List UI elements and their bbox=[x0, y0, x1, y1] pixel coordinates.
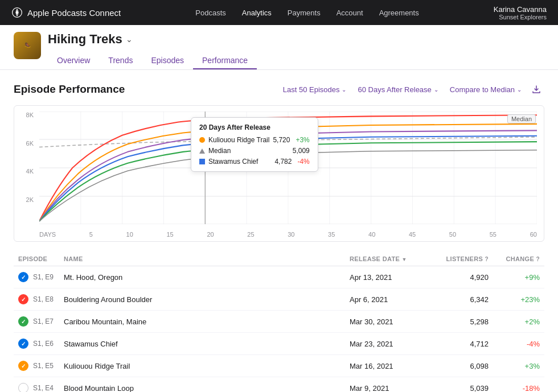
days-filter-btn[interactable]: 60 Days After Release ⌄ bbox=[353, 83, 442, 96]
y-label-2k: 2K bbox=[14, 196, 37, 203]
tooltip-row-2: Median 5,009 bbox=[199, 147, 310, 155]
section-title: Episode Performance bbox=[14, 83, 125, 96]
x-label-45: 45 bbox=[409, 231, 416, 238]
podcast-header: 🥾 Hiking Treks ⌄ Overview Trends Episode… bbox=[0, 25, 558, 70]
app-title: Apple Podcasts Connect bbox=[27, 8, 121, 18]
compare-filter-btn[interactable]: Compare to Median ⌄ bbox=[445, 83, 526, 96]
tab-performance[interactable]: Performance bbox=[193, 52, 257, 69]
x-axis: DAYS 5 10 15 20 25 30 35 40 45 50 55 60 bbox=[39, 231, 537, 238]
x-label-40: 40 bbox=[368, 231, 375, 238]
episode-listeners-cell: 6,342 bbox=[419, 288, 493, 311]
status-indicator bbox=[18, 383, 28, 392]
episode-status-cell: ✓ S1, E5 bbox=[14, 355, 59, 377]
episode-change-cell: +23% bbox=[493, 288, 544, 311]
table-row[interactable]: S1, E4 Blood Mountain Loop Mar 9, 2021 5… bbox=[14, 377, 544, 393]
x-label-50: 50 bbox=[449, 231, 456, 238]
episode-date-cell: Mar 23, 2021 bbox=[345, 333, 419, 355]
col-date-header[interactable]: RELEASE DATE ▼ bbox=[345, 252, 419, 266]
y-label-4k: 4K bbox=[14, 168, 37, 175]
main-content: Episode Performance Last 50 Episodes ⌄ 6… bbox=[0, 70, 558, 392]
x-label-25: 25 bbox=[247, 231, 254, 238]
episode-date-cell: Mar 9, 2021 bbox=[345, 377, 419, 393]
col-listeners-header[interactable]: LISTENERS ? bbox=[419, 252, 493, 266]
podcast-name-row: Hiking Treks ⌄ bbox=[48, 32, 544, 47]
episode-date-cell: Mar 30, 2021 bbox=[345, 311, 419, 333]
episode-date-cell: Mar 16, 2021 bbox=[345, 355, 419, 377]
user-name: Karina Cavanna bbox=[494, 5, 547, 14]
tooltip-label-3: Stawamus Chief bbox=[208, 158, 271, 166]
episode-change-cell: -4% bbox=[493, 333, 544, 355]
y-label-8k: 8K bbox=[14, 112, 37, 118]
episode-number: S1, E8 bbox=[33, 295, 54, 303]
compare-filter-label: Compare to Median bbox=[450, 85, 515, 94]
change-positive: +2% bbox=[525, 317, 540, 326]
ep-name-text: Blood Mountain Loop bbox=[64, 384, 134, 393]
tab-episodes[interactable]: Episodes bbox=[142, 52, 193, 69]
change-positive: +23% bbox=[520, 295, 540, 304]
x-label-55: 55 bbox=[490, 231, 497, 238]
episode-status-cell: ✓ S1, E6 bbox=[14, 333, 59, 355]
episode-listeners-cell: 4,712 bbox=[419, 333, 493, 355]
podcast-name-sub: Sunset Explorers bbox=[494, 14, 547, 20]
episode-status-cell: ✓ S1, E9 bbox=[14, 266, 59, 288]
change-negative: -4% bbox=[527, 340, 540, 348]
filter-row: Last 50 Episodes ⌄ 60 Days After Release… bbox=[278, 81, 544, 97]
ep-name-text: Bouldering Around Boulder bbox=[64, 295, 152, 304]
table-row[interactable]: ✓ S1, E7 Caribou Mountain, Maine Mar 30,… bbox=[14, 311, 544, 333]
status-indicator: ✓ bbox=[18, 272, 28, 282]
days-filter-label: 60 Days After Release bbox=[358, 85, 431, 94]
x-label-10: 10 bbox=[126, 231, 133, 238]
episodes-filter-btn[interactable]: Last 50 Episodes ⌄ bbox=[278, 83, 351, 96]
table-row[interactable]: ✓ S1, E8 Bouldering Around Boulder Apr 6… bbox=[14, 288, 544, 311]
col-name-header: NAME bbox=[59, 252, 345, 266]
tooltip-row-3: Stawamus Chief 4,782 -4% bbox=[199, 158, 310, 166]
episode-name-cell: Caribou Mountain, Maine bbox=[59, 311, 345, 333]
x-label-60: 60 bbox=[530, 231, 537, 238]
status-indicator: ✓ bbox=[18, 294, 28, 304]
nav-account[interactable]: Account bbox=[337, 9, 363, 17]
podcast-name: Hiking Treks bbox=[48, 32, 122, 47]
chevron-down-icon-2: ⌄ bbox=[434, 86, 438, 93]
table-row[interactable]: ✓ S1, E9 Mt. Hood, Oregon Apr 13, 2021 4… bbox=[14, 266, 544, 288]
median-label: Median bbox=[507, 114, 536, 123]
y-label-6k: 6K bbox=[14, 140, 37, 147]
episode-name-cell: Stawamus Chief bbox=[59, 333, 345, 355]
ep-name-text: Kuliouou Ridge Trail bbox=[64, 362, 130, 370]
episode-number: S1, E7 bbox=[33, 317, 54, 325]
table-row[interactable]: ✓ S1, E6 Stawamus Chief Mar 23, 2021 4,7… bbox=[14, 333, 544, 355]
tooltip-change-1: +3% bbox=[296, 136, 309, 144]
tooltip-title: 20 Days After Release bbox=[199, 123, 310, 131]
episode-change-cell: +9% bbox=[493, 266, 544, 288]
tab-overview[interactable]: Overview bbox=[48, 52, 99, 69]
episode-date-cell: Apr 6, 2021 bbox=[345, 288, 419, 311]
col-change-header[interactable]: CHANGE ? bbox=[493, 252, 544, 266]
export-btn[interactable] bbox=[528, 81, 544, 97]
episode-number: S1, E6 bbox=[33, 340, 54, 348]
podcast-artwork: 🥾 bbox=[14, 32, 41, 59]
nav-analytics[interactable]: Analytics bbox=[242, 9, 272, 17]
nav-payments[interactable]: Payments bbox=[288, 9, 321, 17]
episode-name-cell: Bouldering Around Boulder bbox=[59, 288, 345, 311]
episode-number: S1, E9 bbox=[33, 273, 54, 281]
ep-name-text: Mt. Hood, Oregon bbox=[64, 273, 122, 282]
tab-trends[interactable]: Trends bbox=[99, 52, 142, 69]
episode-status-cell: S1, E4 bbox=[14, 377, 59, 393]
episode-name-cell: Mt. Hood, Oregon bbox=[59, 266, 345, 288]
chevron-down-icon: ⌄ bbox=[342, 86, 346, 93]
nav-podcasts[interactable]: Podcasts bbox=[195, 9, 225, 17]
table-header-row: EPISODE NAME RELEASE DATE ▼ LISTENERS ? … bbox=[14, 252, 544, 266]
table-row[interactable]: ✓ S1, E5 Kuliouou Ridge Trail Mar 16, 20… bbox=[14, 355, 544, 377]
x-label-days: DAYS bbox=[39, 231, 56, 238]
user-info[interactable]: Karina Cavanna Sunset Explorers bbox=[494, 5, 547, 20]
episode-number: S1, E5 bbox=[33, 362, 54, 370]
app-logo: Apple Podcasts Connect bbox=[11, 7, 121, 18]
nav-agreements[interactable]: Agreements bbox=[379, 9, 419, 17]
status-indicator: ✓ bbox=[18, 339, 28, 349]
change-negative: -18% bbox=[523, 384, 540, 393]
podcast-chevron-icon[interactable]: ⌄ bbox=[126, 35, 133, 44]
tooltip-square-blue bbox=[199, 159, 205, 164]
episode-change-cell: +3% bbox=[493, 355, 544, 377]
podcast-icon bbox=[11, 7, 23, 18]
episode-change-cell: +2% bbox=[493, 311, 544, 333]
episode-listeners-cell: 4,920 bbox=[419, 266, 493, 288]
